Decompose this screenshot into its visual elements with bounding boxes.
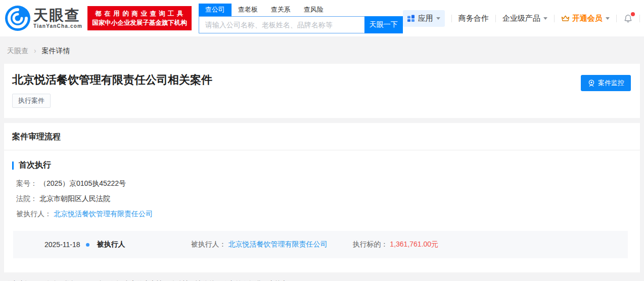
search-row: 天眼一下 (199, 16, 403, 33)
breadcrumb-separator: › (34, 47, 36, 55)
timeline-amount-label: 执行标的： (352, 240, 388, 248)
notification-unread-dot (631, 12, 635, 16)
chevron-down-icon (606, 17, 610, 22)
nav-apps[interactable]: 应用 (403, 10, 445, 27)
footer-disclaimer: 信息来源于网络公开数据，天眼查不保证内容的真实性、准确性，请你使用信息前自行进一… (0, 272, 644, 281)
notification-bell[interactable] (623, 14, 633, 23)
company-link[interactable]: 北京悦活餐饮管理有限责任公司 (54, 210, 153, 218)
section-title-process: 案件审理流程 (4, 123, 640, 150)
breadcrumb-home-link[interactable]: 天眼查 (7, 47, 28, 55)
nav-business-cooperation[interactable]: 商务合作 (458, 14, 489, 23)
search-tab-company[interactable]: 查公司 (199, 4, 232, 16)
field-court: 法院： 北京市朝阳区人民法院 (16, 191, 632, 206)
timeline-date: 2025-11-18 (44, 240, 80, 249)
page-title: 北京悦活餐饮管理有限责任公司相关案件 (12, 73, 632, 87)
app-grid-icon (407, 15, 415, 22)
stage-title: 首次执行 (19, 160, 51, 171)
search-tabs: 查公司 查老板 查关系 查风险 (199, 4, 403, 16)
nav-enterprise-label: 企业级产品 (502, 14, 540, 23)
nav-open-vip[interactable]: 开通会员 (561, 14, 610, 23)
timeline-party: 被执行人： 北京悦活餐饮管理有限责任公司 (191, 240, 328, 249)
logo[interactable]: 天眼查 TianYanCha.com (5, 6, 82, 31)
nav-vip-label: 开通会员 (572, 14, 603, 23)
webcam-monitor-icon (587, 79, 595, 87)
field-executed-person: 被执行人： 北京悦活餐饮管理有限责任公司 (16, 206, 632, 221)
nav-apps-label: 应用 (418, 14, 433, 23)
stage-header: 首次执行 (12, 160, 632, 171)
search-tab-risk[interactable]: 查风险 (297, 4, 330, 16)
case-fields: 案号： （2025）京0105执45222号 法院： 北京市朝阳区人民法院 被执… (16, 176, 632, 221)
top-nav: 应用 商务合作 企业级产品 开通会员 超级风... (403, 10, 644, 27)
field-value: （2025）京0105执45222号 (39, 179, 126, 187)
timeline-party-label: 被执行人： (191, 240, 226, 248)
brand-name: 天眼查 (33, 8, 82, 23)
nav-divider (451, 15, 452, 22)
nav-enterprise-products[interactable]: 企业级产品 (502, 14, 547, 23)
timeline-company-link[interactable]: 北京悦活餐饮管理有限责任公司 (228, 240, 327, 248)
stage-accent-bar (12, 162, 14, 170)
chevron-down-icon (436, 17, 440, 22)
execution-amount-value: 1,361,761.00元 (390, 240, 438, 248)
field-label: 法院： (16, 194, 37, 203)
timeline-amount: 执行标的： 1,361,761.00元 (352, 240, 438, 249)
search-area: 查公司 查老板 查关系 查风险 天眼一下 (199, 4, 403, 33)
field-label: 案号： (16, 179, 37, 187)
top-header: 天眼查 TianYanCha.com 都 在 用 的 商 业 查 询 工 具 国… (0, 0, 644, 36)
chevron-down-icon (543, 17, 547, 22)
breadcrumb: 天眼查 › 案件详情 (0, 36, 644, 64)
promo-line2: 国家中小企业发展子基金旗下机构 (92, 18, 187, 27)
case-monitor-label: 案件监控 (598, 78, 624, 88)
case-type-tag: 执行案件 (12, 94, 51, 108)
search-tab-boss[interactable]: 查老板 (232, 4, 264, 16)
nav-divider (554, 15, 555, 22)
breadcrumb-current: 案件详情 (41, 47, 70, 55)
timeline-event: 被执行人 (97, 240, 125, 249)
logo-text: 天眼查 TianYanCha.com (33, 8, 82, 29)
field-case-number: 案号： （2025）京0105执45222号 (16, 176, 632, 191)
promo-line1: 都 在 用 的 商 业 查 询 工 具 (92, 9, 187, 18)
search-tab-relation[interactable]: 查关系 (264, 4, 297, 16)
nav-divider (639, 15, 640, 22)
case-header-card: 北京悦活餐饮管理有限责任公司相关案件 案件监控 执行案件 (4, 64, 640, 118)
nav-divider (495, 15, 496, 22)
case-process-card: 案件审理流程 首次执行 案号： （2025）京0105执45222号 法院： 北… (4, 123, 640, 272)
promo-badge: 都 在 用 的 商 业 查 询 工 具 国家中小企业发展子基金旗下机构 (87, 6, 192, 30)
field-label: 被执行人： (16, 210, 52, 218)
field-value: 北京市朝阳区人民法院 (39, 194, 110, 203)
timeline-row: 2025-11-18 被执行人 被执行人： 北京悦活餐饮管理有限责任公司 执行标… (13, 231, 628, 258)
crown-icon (561, 14, 570, 23)
nav-divider (616, 15, 617, 22)
search-button[interactable]: 天眼一下 (364, 16, 403, 33)
tianyancha-eye-icon (5, 6, 30, 31)
search-input[interactable] (199, 16, 364, 33)
brand-domain: TianYanCha.com (33, 23, 82, 29)
timeline-dot-icon (86, 243, 89, 247)
case-monitor-button[interactable]: 案件监控 (581, 75, 631, 91)
